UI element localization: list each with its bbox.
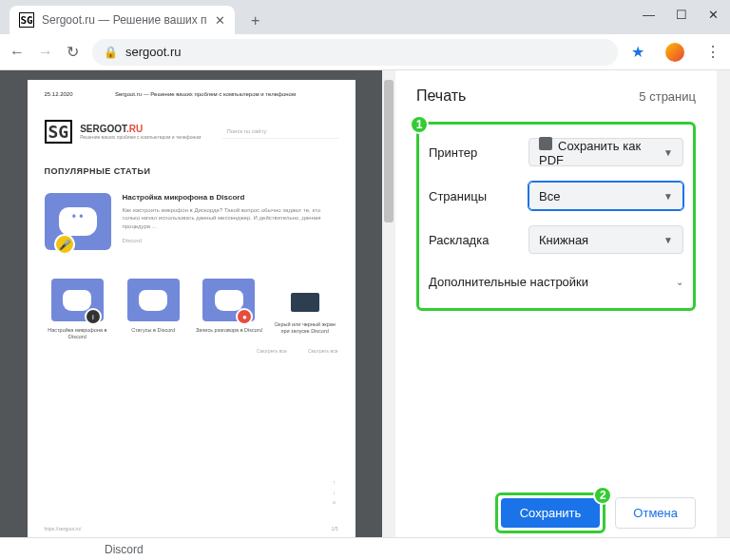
panel-title: Печать <box>416 87 466 105</box>
page-count: 5 страниц <box>639 89 696 104</box>
annotation-marker-2: 2 <box>593 486 612 505</box>
tab-strip: SG Sergoot.ru — Решение ваших п ✕ + <box>0 0 730 34</box>
popular-heading: ПОПУЛЯРНЫЕ СТАТЬИ <box>45 166 338 176</box>
reload-button[interactable]: ↻ <box>67 43 79 61</box>
tab-title: Sergoot.ru — Решение ваших п <box>42 13 207 27</box>
back-button[interactable]: ← <box>10 44 25 61</box>
tab-close-icon[interactable]: ✕ <box>215 13 225 28</box>
article-tag: Discord <box>123 238 338 243</box>
panel-scrollbar[interactable] <box>717 70 730 550</box>
laptop-icon <box>291 293 319 312</box>
article-title: Настройка микрофона в Discord <box>123 193 338 202</box>
new-tab-button[interactable]: + <box>242 8 269 34</box>
printer-label: Принтер <box>429 145 519 160</box>
close-button[interactable]: ✕ <box>708 8 719 22</box>
thumb-icon <box>127 279 180 321</box>
settings-highlight-box: 1 Принтер Сохранить как PDF▼ Страницы Вс… <box>416 122 696 311</box>
tab-favicon: SG <box>19 12 34 28</box>
bookmark-star-icon[interactable]: ★ <box>631 43 644 61</box>
print-preview: 25.12.2020 Sergoot.ru — Решение ваших пр… <box>0 70 382 550</box>
discord-icon: 🎤 <box>45 193 111 250</box>
pages-label: Страницы <box>429 189 519 203</box>
menu-icon[interactable]: ⋮ <box>705 43 720 61</box>
info-badge-icon: i <box>85 308 102 325</box>
thumb-title: Запись разговора в Discord <box>196 327 262 334</box>
article-thumbnails: iНастройка микрофона в Discord Статусы в… <box>45 279 338 340</box>
pdf-icon <box>539 137 552 150</box>
thumb-icon: i <box>51 279 104 321</box>
mic-badge-icon: 🎤 <box>54 234 75 255</box>
chevron-down-icon: ▼ <box>663 235 673 245</box>
print-settings-panel: Печать 5 страниц 1 Принтер Сохранить как… <box>395 70 717 550</box>
chevron-down-icon: ⌄ <box>676 277 683 287</box>
address-bar: ← → ↻ 🔒 sergoot.ru ★ ⋮ <box>0 34 730 70</box>
profile-avatar[interactable] <box>665 43 684 62</box>
save-highlight-box: 2 Сохранить <box>495 492 606 533</box>
annotation-marker-1: 1 <box>410 115 429 134</box>
record-badge-icon: ● <box>236 308 253 325</box>
logo-mark: SG <box>45 120 73 144</box>
thumb-item: ●Запись разговора в Discord <box>196 279 262 340</box>
preview-scrollbar[interactable] <box>382 70 395 550</box>
logo-brand: SERGOOT <box>80 124 126 134</box>
main-article: 🎤 Настройка микрофона в Discord Как наст… <box>45 193 338 250</box>
thumb-item: Статусы в Discord <box>120 279 186 340</box>
thumb-title: Серый или черный экран при запуске Disco… <box>272 321 338 335</box>
thumb-icon: ● <box>202 279 255 321</box>
pages-dropdown[interactable]: Все▼ <box>528 182 683 210</box>
background-page-text: Discord <box>0 537 730 560</box>
browser-tab[interactable]: SG Sergoot.ru — Решение ваших п ✕ <box>10 6 235 34</box>
url-input[interactable]: 🔒 sergoot.ru <box>92 39 618 66</box>
logo-tld: .RU <box>126 124 143 134</box>
page-footer: https://sergoot.ru/1/5 <box>45 526 338 531</box>
url-text: sergoot.ru <box>125 45 182 59</box>
layout-label: Раскладка <box>429 233 519 247</box>
forward-button: → <box>38 44 53 61</box>
thumb-title: Настройка микрофона в Discord <box>45 327 111 340</box>
scroll-arrows: ↑↓× <box>332 478 336 509</box>
more-settings-toggle[interactable]: Дополнительные настройки⌄ <box>429 269 683 295</box>
thumb-item: Серый или черный экран при запуске Disco… <box>272 279 338 340</box>
print-dialog: 25.12.2020 Sergoot.ru — Решение ваших пр… <box>0 70 730 550</box>
minimize-button[interactable]: — <box>643 8 655 22</box>
save-button[interactable]: Сохранить <box>501 498 601 528</box>
chevron-down-icon: ▼ <box>663 147 673 158</box>
page-header: Sergoot.ru — Решение ваших проблем с ком… <box>45 91 338 97</box>
scrollbar-thumb[interactable] <box>384 80 394 222</box>
article-desc: Как настроить микрофон в Дискорде? Такой… <box>123 206 338 230</box>
chevron-down-icon: ▼ <box>663 191 673 202</box>
window-controls: — ☐ ✕ <box>643 8 719 22</box>
page-date: 25.12.2020 <box>45 91 73 97</box>
printer-dropdown[interactable]: Сохранить как PDF▼ <box>528 138 683 166</box>
cancel-button[interactable]: Отмена <box>615 497 696 529</box>
layout-dropdown[interactable]: Книжная▼ <box>528 225 683 254</box>
dialog-buttons: 2 Сохранить Отмена <box>495 492 696 533</box>
maximize-button[interactable]: ☐ <box>676 8 687 22</box>
lock-icon: 🔒 <box>104 46 118 59</box>
thumb-title: Статусы в Discord <box>120 327 186 334</box>
search-placeholder: Поиск по сайту <box>222 125 337 139</box>
preview-page: 25.12.2020 Sergoot.ru — Решение ваших пр… <box>28 80 355 541</box>
site-logo-row: SG SERGOOT.RU Решение ваших проблем с ко… <box>45 120 338 144</box>
logo-tagline: Решение ваших проблем с компьютером и те… <box>80 134 201 140</box>
see-more-link: Смотреть все Смотреть все <box>45 348 338 354</box>
thumb-item: iНастройка микрофона в Discord <box>45 279 111 340</box>
